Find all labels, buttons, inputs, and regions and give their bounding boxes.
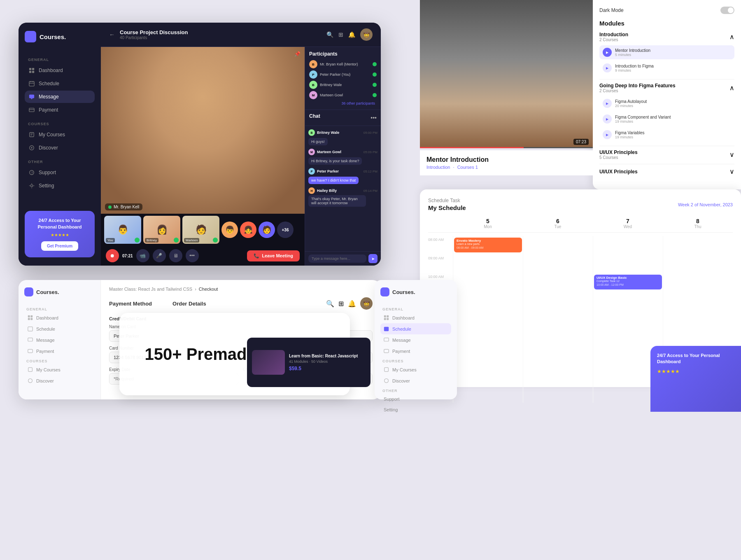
second-discover[interactable]: Discover bbox=[380, 375, 451, 386]
schedule-days-header: 5 Mon 6 Tue 7 Wed 8 Thu bbox=[428, 218, 733, 233]
mic-button[interactable]: 🎤 bbox=[153, 249, 166, 262]
payment-grid-icon[interactable]: ⊞ bbox=[338, 300, 344, 308]
search-icon[interactable]: 🔍 bbox=[326, 31, 333, 38]
participant-3: B Brittney Wale bbox=[309, 81, 377, 89]
svg-rect-23 bbox=[28, 327, 33, 331]
dark-mode-toggle[interactable] bbox=[720, 7, 734, 14]
cell-wed-0900 bbox=[593, 254, 663, 273]
general-label: GENERAL bbox=[28, 58, 95, 62]
module-header-uiux[interactable]: UI/UX Principles 5 Courses ∨ bbox=[599, 149, 734, 160]
payment-search-icon[interactable]: 🔍 bbox=[326, 300, 334, 308]
module-item-figma-intro[interactable]: ▶ Introduction to Figma 9 minutes bbox=[599, 61, 734, 75]
module-item-component[interactable]: ▶ Figma Component and Variant 19 minutes bbox=[599, 112, 734, 126]
play-icon: ▶ bbox=[603, 114, 612, 124]
event-uiux[interactable]: UI/UX Design Basic Complete Task 12 10:0… bbox=[594, 275, 662, 289]
second-schedule[interactable]: Schedule bbox=[380, 323, 451, 334]
module-item-mentor-intro[interactable]: ▶ Mentor Introduction 5 minutes bbox=[599, 45, 734, 59]
thumb-britney[interactable]: 👩 Britney bbox=[143, 216, 180, 244]
payment-logo: Courses. bbox=[24, 287, 95, 296]
back-button[interactable]: ← bbox=[109, 31, 115, 38]
chat-input[interactable] bbox=[308, 254, 366, 263]
bottom-schedule[interactable]: Schedule bbox=[24, 323, 95, 334]
bottom-message[interactable]: Message bbox=[24, 334, 95, 345]
payment-logo-text: Courses. bbox=[36, 289, 59, 295]
send-button[interactable]: ➤ bbox=[368, 254, 377, 263]
svg-rect-31 bbox=[387, 318, 389, 320]
second-support[interactable]: Support bbox=[380, 394, 451, 404]
event-envato[interactable]: Envato Mastery Learn a new parts 08:00 A… bbox=[454, 238, 522, 252]
svg-rect-0 bbox=[29, 68, 31, 70]
order-details-title: Order Details bbox=[172, 301, 206, 307]
thumb-you[interactable]: 👨 You bbox=[104, 216, 141, 244]
video-button[interactable]: 📹 bbox=[136, 249, 149, 262]
svg-rect-24 bbox=[28, 338, 33, 341]
sidebar-item-setting[interactable]: Setting bbox=[25, 180, 95, 192]
payment-bell-icon[interactable]: 🔔 bbox=[348, 300, 356, 308]
payment-avatar[interactable]: 🤠 bbox=[360, 297, 373, 310]
general-label-2: GENERAL bbox=[26, 307, 47, 311]
bottom-payment[interactable]: Payment bbox=[24, 345, 95, 357]
sidebar-item-dashboard[interactable]: Dashboard bbox=[25, 64, 95, 77]
other-label-2: OTHER bbox=[382, 389, 398, 393]
thumb-marteen[interactable]: 🧑 Marteen bbox=[182, 216, 219, 244]
second-dashboard[interactable]: Dashboard bbox=[380, 312, 451, 323]
second-my-courses[interactable]: My Courses bbox=[380, 364, 451, 375]
module-section-uiux: UI/UX Principles 5 Courses ∨ bbox=[599, 149, 734, 160]
cell-mon-0900 bbox=[453, 254, 523, 273]
course-thumbnail[interactable]: Learn from Basic: React Javascript 41 Mo… bbox=[247, 338, 370, 387]
pin-icon: 📌 bbox=[294, 51, 301, 57]
participant-4: M Marteen Gowl bbox=[309, 91, 377, 99]
show-more-participants[interactable]: 36 other participants bbox=[309, 101, 377, 105]
svg-rect-11 bbox=[30, 133, 34, 137]
mentor-title: Mentor Introduction bbox=[426, 156, 586, 163]
bottom-my-courses[interactable]: My Courses bbox=[24, 364, 95, 375]
svg-rect-1 bbox=[32, 68, 34, 70]
sidebar-item-message[interactable]: Message bbox=[25, 91, 95, 103]
chat-message-4: H Hailey Billy 05:14 PM That's okay Pete… bbox=[308, 187, 377, 207]
second-setting[interactable]: Setting bbox=[380, 404, 451, 415]
bell-icon[interactable]: 🔔 bbox=[348, 31, 355, 38]
breadcrumb: Master Class: React Js and Tailwind CSS … bbox=[109, 287, 373, 292]
svg-point-36 bbox=[384, 379, 389, 383]
chat-header: Chat ••• bbox=[305, 110, 381, 126]
chevron-down-icon-2: ∨ bbox=[729, 168, 734, 175]
chat-more-icon[interactable]: ••• bbox=[370, 114, 377, 121]
more-button[interactable]: ••• bbox=[186, 249, 199, 262]
course-thumb-image bbox=[252, 350, 285, 375]
thumbnails-row: 👨 You 👩 Britney 🧑 Marteen bbox=[101, 214, 305, 246]
cell-wed-1100 bbox=[593, 292, 663, 310]
chevron-up-icon: ∧ bbox=[729, 33, 734, 41]
progress-bar bbox=[420, 147, 593, 148]
premium-bottom-text: 24/7 Access to Your Personal Dashboard bbox=[657, 352, 734, 365]
second-payment[interactable]: Payment bbox=[380, 345, 451, 357]
user-avatar[interactable]: 🤠 bbox=[360, 28, 373, 41]
sidebar-item-my-courses[interactable]: My Courses bbox=[25, 128, 95, 141]
record-button[interactable]: ⏺ bbox=[106, 249, 119, 262]
leave-meeting-button[interactable]: 📞 Leave Meeting bbox=[247, 250, 300, 261]
bottom-dashboard[interactable]: Dashboard bbox=[24, 312, 95, 323]
get-premium-button[interactable]: Get Premium bbox=[41, 241, 78, 251]
sidebar-item-schedule[interactable]: Schedule bbox=[25, 77, 95, 90]
svg-rect-20 bbox=[30, 315, 33, 317]
sidebar-item-payment[interactable]: Payment bbox=[25, 104, 95, 116]
screen-share-button[interactable]: 🖥 bbox=[169, 249, 182, 262]
module-header-uiux-2[interactable]: UI/UX Principles ∨ bbox=[599, 168, 734, 175]
main-content: ← Course Project Discussion 40 Participa… bbox=[101, 23, 381, 266]
sidebar-logo-text: Courses. bbox=[40, 33, 66, 40]
grid-icon[interactable]: ⊞ bbox=[338, 31, 343, 38]
courses-label-3: COURSES bbox=[382, 359, 404, 363]
second-message[interactable]: Message bbox=[380, 334, 451, 345]
module-header-introduction[interactable]: Introduction 2 Courses ∧ bbox=[599, 32, 734, 42]
bottom-discover[interactable]: Discover bbox=[24, 375, 95, 386]
sidebar-item-support[interactable]: ? Support bbox=[25, 166, 95, 179]
video-panel: 📌 Mr. Bryan Kell 👨 You 👩 Bri bbox=[101, 47, 381, 266]
module-header-figma[interactable]: Going Deep Into Figma Features 2 Courses… bbox=[599, 83, 734, 93]
module-item-autolayout[interactable]: ▶ Figma Autolayout 20 minutes bbox=[599, 96, 734, 110]
premium-stars: ★★★★★ bbox=[657, 369, 734, 374]
sidebar-item-discover[interactable]: Discover bbox=[25, 142, 95, 154]
premium-card-bottom: 24/7 Access to Your Personal Dashboard ★… bbox=[650, 346, 741, 412]
main-video-card: Courses. GENERAL Dashboard Schedule Mess… bbox=[19, 23, 381, 266]
course-thumb-price: $59.5 bbox=[289, 366, 358, 371]
module-item-variables[interactable]: ▶ Figma Variables 19 minutes bbox=[599, 128, 734, 142]
thumb-britney-mic bbox=[174, 238, 179, 243]
